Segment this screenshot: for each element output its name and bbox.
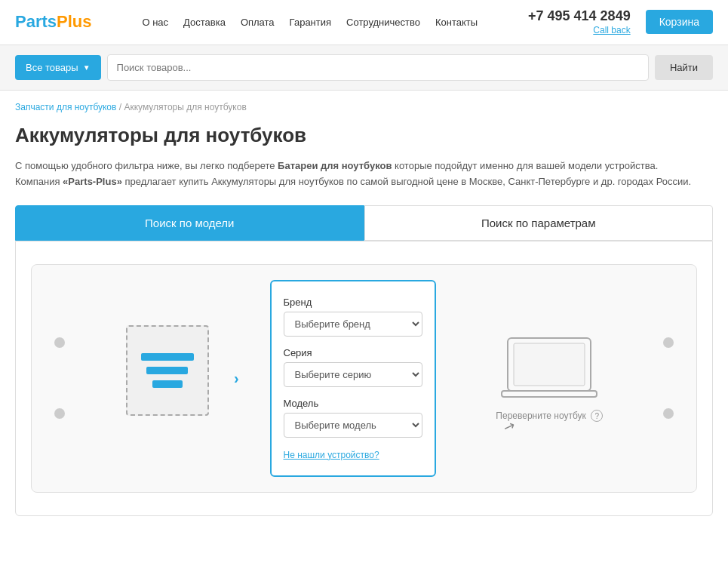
question-icon[interactable]: ?: [591, 410, 603, 422]
nav-cooperation[interactable]: Сотрудничество: [346, 17, 420, 28]
logo: PartsPlus: [15, 12, 92, 32]
nav-delivery[interactable]: Доставка: [183, 17, 226, 28]
series-select[interactable]: Выберите серию: [284, 362, 422, 387]
all-goods-label: Все товары: [26, 62, 78, 73]
laptop-inner: [126, 325, 209, 416]
nav-contacts[interactable]: Контакты: [435, 17, 478, 28]
breadcrumb: Запчасти для ноутбуков / Аккумуляторы дл…: [15, 102, 713, 112]
model-search-container: › Бренд Выберите бренд Серия Выберите се…: [31, 264, 697, 493]
desc-bold2: «Parts-Plus»: [63, 176, 122, 187]
nav-payment[interactable]: Оплата: [241, 17, 275, 28]
desc-part3: предлагает купить Аккумуляторы для ноутб…: [122, 176, 691, 187]
cart-button[interactable]: Корзина: [646, 10, 713, 34]
nav-about[interactable]: О нас: [142, 17, 168, 28]
tab-model-search[interactable]: Поиск по модели: [15, 205, 364, 241]
bar-3: [152, 380, 183, 388]
tab-param-search[interactable]: Поиск по параметрам: [364, 205, 714, 241]
not-found-link[interactable]: Не нашли устройство?: [284, 450, 379, 460]
bar-2: [146, 367, 188, 374]
arrow-pointer-icon: ›: [234, 370, 239, 387]
model-select[interactable]: Выберите модель: [284, 413, 422, 438]
search-input[interactable]: [107, 54, 649, 81]
filter-panel: › Бренд Выберите бренд Серия Выберите се…: [15, 241, 713, 516]
nav-warranty[interactable]: Гарантия: [290, 17, 331, 28]
flip-text: Переверните ноутбук ? ↙: [496, 410, 603, 422]
main-nav: О нас Доставка Оплата Гарантия Сотруднич…: [142, 17, 478, 28]
all-goods-button[interactable]: Все товары ▼: [15, 55, 101, 80]
brand-label: Бренд: [284, 297, 422, 308]
page-title: Аккумуляторы для ноутбуков: [15, 124, 713, 147]
svg-rect-2: [502, 391, 597, 397]
laptop-illustration-left: ›: [111, 310, 224, 446]
series-group: Серия Выберите серию: [284, 347, 422, 387]
logo-plus: Plus: [57, 12, 91, 31]
model-group: Модель Выберите модель: [284, 398, 422, 438]
dropdown-arrow-icon: ▼: [83, 63, 91, 72]
series-label: Серия: [284, 347, 422, 358]
dot-bottom-left: [54, 408, 65, 419]
page-description: С помощью удобного фильтра ниже, вы легк…: [15, 158, 694, 190]
model-label: Модель: [284, 398, 422, 409]
callback-link[interactable]: Call back: [528, 25, 631, 37]
dot-top-left: [54, 337, 65, 348]
contact-info: +7 495 414 2849 Call back: [528, 8, 631, 37]
right-dots: [663, 337, 674, 419]
search-tabs: Поиск по модели Поиск по параметрам: [15, 205, 713, 241]
left-dots: [54, 337, 65, 419]
desc-part1: С помощью удобного фильтра ниже, вы легк…: [15, 160, 278, 171]
phone-number: +7 495 414 2849: [528, 8, 631, 25]
header: PartsPlus О нас Доставка Оплата Гарантия…: [0, 0, 728, 45]
brand-select[interactable]: Выберите бренд: [284, 312, 422, 337]
main-content: Запчасти для ноутбуков / Аккумуляторы дл…: [0, 91, 728, 527]
form-area: Бренд Выберите бренд Серия Выберите сери…: [270, 280, 436, 477]
logo-parts: Parts: [15, 12, 57, 31]
bar-1: [141, 353, 194, 361]
breadcrumb-current: Аккумуляторы для ноутбуков: [124, 102, 246, 112]
laptop-svg-icon: [500, 334, 598, 402]
desc-bold1: Батареи для ноутбуков: [278, 160, 392, 171]
breadcrumb-parent[interactable]: Запчасти для ноутбуков: [15, 102, 116, 112]
dot-top-right: [663, 337, 674, 348]
laptop-illustration-right: Переверните ноутбук ? ↙: [481, 334, 617, 422]
search-bar: Все товары ▼ Найти: [0, 45, 728, 91]
header-right: +7 495 414 2849 Call back Корзина: [528, 8, 713, 37]
find-button[interactable]: Найти: [655, 55, 713, 80]
tabs-wrapper: Поиск по модели Поиск по параметрам: [15, 205, 713, 516]
svg-rect-1: [514, 343, 585, 386]
dot-bottom-right: [663, 408, 674, 419]
brand-group: Бренд Выберите бренд: [284, 297, 422, 337]
